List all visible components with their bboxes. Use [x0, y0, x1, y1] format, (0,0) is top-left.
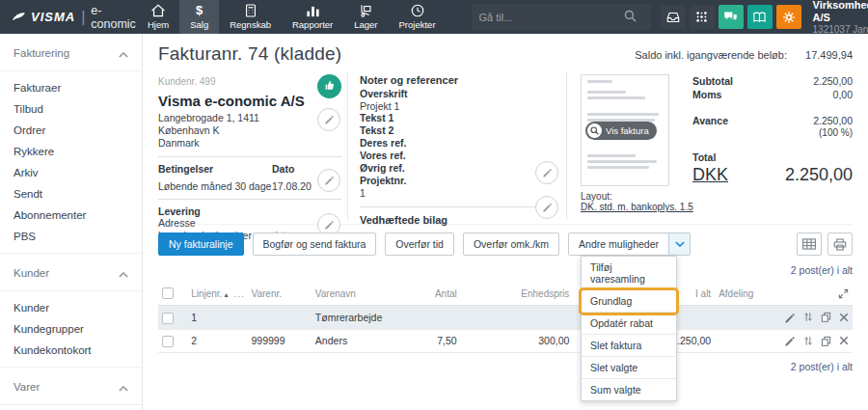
- edit-attachments-button[interactable]: [535, 196, 558, 219]
- nav-label: Lager: [354, 19, 377, 30]
- currency-link[interactable]: DKK: [692, 165, 728, 185]
- invoice-lines-table: Linjenr.▴... Varenr. Varenavn Antal Enhe…: [158, 282, 853, 353]
- app-window: VISMA | e-conomic Hjem $ Salg Regnskab R…: [0, 0, 868, 410]
- thumbs-up-icon: [323, 78, 336, 96]
- edit-customer-button[interactable]: [317, 108, 340, 131]
- header-enhedspris[interactable]: Enhedspris: [461, 282, 574, 306]
- section-title: Varer: [14, 381, 40, 393]
- sidebar-item-arkiv[interactable]: Arkiv: [0, 162, 142, 183]
- copy-icon[interactable]: [821, 336, 831, 346]
- more-options-label[interactable]: Andre muligheder: [569, 233, 668, 255]
- header-antal[interactable]: Antal: [410, 282, 460, 306]
- swap-arrows-icon[interactable]: [803, 336, 813, 346]
- header-linjenr[interactable]: Linjenr.: [191, 288, 222, 299]
- customer-name: Visma e-conomic A/S: [158, 93, 312, 109]
- delivery-line1: Adresse: [158, 217, 312, 230]
- company-switcher[interactable]: Virksomhed A/S 1321037 Jan: [813, 0, 868, 34]
- sidebar-item-ordrer[interactable]: Ordrer: [0, 120, 142, 141]
- cell-enhedspris: [461, 306, 574, 329]
- nav-item-salg[interactable]: $ Salg: [179, 0, 219, 34]
- subtotal-label: Subtotal: [692, 74, 733, 88]
- header-varenr[interactable]: Varenr.: [248, 282, 312, 306]
- avance-label: Avance: [692, 114, 728, 127]
- sidebar-item-rykkere[interactable]: Rykkere: [0, 141, 142, 162]
- delete-icon[interactable]: [839, 336, 849, 345]
- product-name: e-conomic: [91, 4, 136, 31]
- edit-terms-button[interactable]: [317, 169, 340, 192]
- menu-item-grundlag[interactable]: Grundlag: [582, 290, 676, 313]
- layout-link[interactable]: DK. std. m. bankoplys. 1.5: [581, 202, 693, 212]
- table-grid-icon[interactable]: [797, 232, 822, 256]
- page-title: Fakturanr. 74 (kladde): [158, 43, 341, 65]
- delete-icon[interactable]: [839, 313, 849, 322]
- swap-arrows-icon[interactable]: [803, 312, 813, 322]
- sidebar-header-kunder[interactable]: Kunder: [0, 254, 142, 291]
- edit-icon[interactable]: [784, 312, 796, 323]
- sidebar-header-fakturering[interactable]: Fakturering: [0, 34, 142, 71]
- view-invoice-button[interactable]: Vis faktura: [585, 122, 657, 140]
- nav-item-hjem[interactable]: Hjem: [137, 0, 179, 34]
- new-invoice-line-button[interactable]: Ny fakturalinje: [158, 232, 244, 256]
- invoice-preview-thumbnail[interactable]: Vis faktura: [581, 74, 669, 186]
- edit-icon[interactable]: [784, 335, 796, 346]
- totals-panel: Subtotal 2.250,00 Moms 0,00 Avance 2.250…: [692, 74, 853, 186]
- edit-notes-button[interactable]: [535, 161, 558, 184]
- chevron-up-icon: [119, 44, 128, 62]
- row-checkbox[interactable]: [162, 313, 174, 324]
- terms-label: Betingelser: [158, 163, 272, 175]
- nav-item-rapporter[interactable]: Rapporter: [282, 0, 343, 34]
- attachments-title: Vedhæftede bilag: [360, 214, 556, 226]
- menu-item-slet-faktura[interactable]: Slet faktura: [582, 335, 676, 357]
- moms-label: Moms: [692, 88, 721, 101]
- total-value: 2.250,00: [785, 165, 853, 185]
- transfer-time-button[interactable]: Overfør tid: [385, 232, 454, 256]
- sidebar-item-abonnementer[interactable]: Abonnementer: [0, 205, 142, 226]
- header-afdeling[interactable]: Afdeling: [715, 282, 773, 306]
- book-and-send-button[interactable]: Bogfør og send faktura: [253, 232, 377, 256]
- header-varenavn[interactable]: Varenavn: [312, 282, 411, 306]
- saldo-line: Saldo inkl. igangværende beløb: 17.499,9…: [635, 49, 853, 61]
- sidebar-header-varer[interactable]: Varer: [0, 368, 142, 405]
- delivery-label: Levering: [158, 205, 312, 217]
- menu-item-slet-valgte[interactable]: Slet valgte: [582, 357, 676, 379]
- nav-item-lager[interactable]: Lager: [343, 0, 388, 34]
- menu-item-opdater-rabat[interactable]: Opdatér rabat: [582, 313, 676, 335]
- moms-value: 0,00: [833, 88, 853, 101]
- sidebar-item-kundegrupper[interactable]: Kundegrupper: [0, 318, 142, 340]
- book-icon[interactable]: [747, 5, 773, 29]
- expand-table-icon[interactable]: [776, 288, 849, 299]
- chevron-down-icon[interactable]: [668, 233, 690, 255]
- sidebar-item-kunder[interactable]: Kunder: [0, 297, 142, 318]
- customer-country: Danmark: [158, 137, 312, 150]
- invoice-header-section: Kundenr. 499 Visma e-conomic A/S Langebr…: [158, 72, 853, 225]
- select-all-checkbox[interactable]: [162, 287, 174, 299]
- visma-swoosh-icon: [12, 9, 26, 26]
- ovrig-ref-label: Øvrig ref.: [360, 162, 556, 175]
- nav-label: Rapporter: [292, 19, 333, 30]
- column-more-indicator[interactable]: ...: [233, 288, 244, 299]
- brand-name: VISMA: [31, 10, 75, 24]
- print-icon[interactable]: [827, 232, 853, 256]
- transfer-cost-button[interactable]: Overfør omk./km: [463, 232, 559, 256]
- org-chart-icon[interactable]: [690, 5, 715, 29]
- nav-item-regnskab[interactable]: Regnskab: [219, 0, 282, 34]
- search-input[interactable]: [479, 12, 624, 23]
- inbox-icon[interactable]: [661, 5, 686, 29]
- sidebar-item-sendt[interactable]: Sendt: [0, 183, 142, 205]
- cell-antal: [410, 306, 460, 329]
- sidebar-item-kundekontokort[interactable]: Kundekontokort: [0, 340, 142, 361]
- menu-item-tilfoj-varesamling[interactable]: Tilføj varesamling: [582, 257, 676, 290]
- copy-icon[interactable]: [821, 312, 831, 322]
- row-checkbox[interactable]: [162, 336, 174, 347]
- chat-icon[interactable]: [719, 5, 744, 29]
- gear-icon[interactable]: [776, 5, 801, 29]
- nav-item-projekter[interactable]: Projekter: [389, 0, 447, 34]
- sidebar-item-fakturaer[interactable]: Fakturaer: [0, 77, 142, 98]
- sidebar-item-pbs[interactable]: PBS: [0, 226, 142, 247]
- sidebar-item-tilbud[interactable]: Tilbud: [0, 98, 142, 120]
- visma-economic-logo[interactable]: VISMA | e-conomic: [0, 0, 137, 34]
- sidebar: Fakturering Fakturaer Tilbud Ordrer Rykk…: [0, 34, 143, 410]
- menu-item-sum-valgte[interactable]: Sum valgte: [582, 379, 676, 400]
- search-icon[interactable]: [624, 9, 637, 26]
- cell-varenr: [248, 306, 312, 329]
